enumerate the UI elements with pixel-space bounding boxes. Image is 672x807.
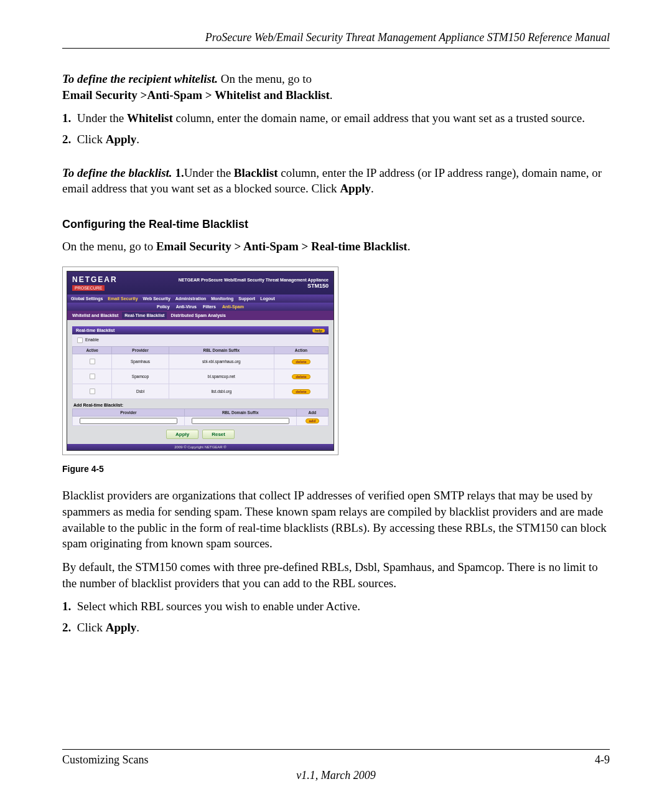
appliance-title: NETGEAR ProSecure Web/Email Security Thr…	[179, 278, 329, 282]
tab-whitelist-and-blacklist[interactable]: Whitelist and Blacklist	[70, 312, 121, 319]
reset-button[interactable]: Reset	[202, 430, 235, 439]
whitelist-step-2: 2. Click Apply.	[77, 131, 610, 148]
netgear-logo: NETGEAR	[72, 275, 118, 284]
footer-right: 4-9	[595, 753, 610, 767]
delete-button[interactable]: delete	[292, 389, 310, 394]
figure-screenshot: NETGEAR PROSECURE NETGEAR ProSecure Web/…	[62, 267, 610, 474]
rbl-step-1: 1. Select which RBL sources you wish to …	[77, 598, 610, 615]
provider-cell: Dsbl	[112, 384, 169, 399]
doc-footer: Customizing Scans 4-9 v1.1, March 2009	[62, 749, 610, 782]
add-rtbl-table: ProviderRBL Domain SuffixAdd add	[72, 408, 329, 426]
enable-row: Enable	[72, 334, 329, 346]
enable-checkbox[interactable]	[77, 337, 83, 343]
delete-button[interactable]: delete	[292, 374, 310, 379]
table-row: Dsbllist.dsbl.orgdelete	[73, 384, 329, 399]
subnav-item-filters[interactable]: Filters	[203, 304, 216, 309]
col-rbl-domain-suffix: RBL Domain Suffix	[169, 347, 274, 354]
whitelist-intro: To define the recipient whitelist. On th…	[62, 71, 610, 103]
nav-item-logout[interactable]: Logout	[260, 296, 275, 301]
blacklist-intro: To define the blacklist. 1.Under the Bla…	[62, 165, 610, 197]
figure-label: Figure 4-5	[62, 464, 610, 474]
prosecure-tag: PROSECURE	[72, 285, 105, 291]
add-col-rbl-domain-suffix: RBL Domain Suffix	[184, 409, 296, 417]
nav-item-email-security[interactable]: Email Security	[108, 296, 138, 301]
enable-label: Enable	[85, 338, 99, 342]
provider-cell: Spamhaus	[112, 354, 169, 369]
sub-nav: PolicyAnti-VirusFiltersAnti-Spam	[67, 303, 334, 311]
whitelist-step-1: 1. Under the Whitelist column, enter the…	[77, 110, 610, 126]
table-row: Spamcopbl.spamcop.netdelete	[73, 369, 329, 384]
para-rbl-desc-2: By default, the STM150 comes with three …	[62, 559, 610, 591]
footer-version: v1.1, March 2009	[62, 769, 610, 782]
main-nav: Global SettingsEmail SecurityWeb Securit…	[67, 295, 334, 303]
whitelist-path: Email Security >Anti-Spam > Whitelist an…	[62, 88, 330, 101]
add-col-provider: Provider	[73, 409, 185, 417]
para-rbl-desc-1: Blacklist providers are organizations th…	[62, 488, 610, 552]
copyright-bar: 2009 © Copyright NETGEAR ®	[67, 444, 334, 450]
subnav-item-policy[interactable]: Policy	[157, 304, 170, 309]
doc-header: ProSecure Web/Email Security Threat Mana…	[62, 31, 610, 49]
suffix-cell: list.dsbl.org	[169, 384, 274, 399]
help-badge[interactable]: help	[312, 329, 325, 333]
add-rtbl-label: Add Real-time Blacklist:	[72, 399, 329, 408]
blacklist-lead: To define the blacklist.	[62, 166, 175, 179]
active-checkbox[interactable]	[90, 389, 95, 394]
panel-title-bar: Real-time Blacklist help	[72, 326, 329, 334]
whitelist-steps: 1. Under the Whitelist column, enter the…	[62, 110, 610, 147]
active-checkbox[interactable]	[90, 359, 95, 364]
footer-left: Customizing Scans	[62, 753, 149, 767]
subnav-item-anti-virus[interactable]: Anti-Virus	[176, 304, 197, 309]
tab-distributed-spam-analysis[interactable]: Distributed Spam Analysis	[168, 312, 228, 319]
rtbl-heading: Configuring the Real-time Blacklist	[62, 218, 610, 231]
rbl-table: ActiveProviderRBL Domain SuffixAction Sp…	[72, 346, 329, 399]
model-label: STM150	[179, 283, 329, 289]
suffix-cell: bl.spamcop.net	[169, 369, 274, 384]
rtbl-intro: On the menu, go to Email Security > Anti…	[62, 238, 610, 255]
add-button[interactable]: add	[306, 418, 320, 423]
col-provider: Provider	[112, 347, 169, 354]
subnav-item-anti-spam[interactable]: Anti-Spam	[222, 304, 244, 309]
add-provider-input[interactable]	[80, 418, 177, 424]
nav-item-administration[interactable]: Administration	[175, 296, 206, 301]
table-row: Spamhaussbl-xbl.spamhaus.orgdelete	[73, 354, 329, 369]
suffix-cell: sbl-xbl.spamhaus.org	[169, 354, 274, 369]
col-action: Action	[274, 347, 328, 354]
provider-cell: Spamcop	[112, 369, 169, 384]
add-suffix-input[interactable]	[192, 418, 289, 424]
nav-item-support[interactable]: Support	[238, 296, 255, 301]
active-checkbox[interactable]	[90, 374, 95, 379]
tab-real-time-blacklist[interactable]: Real-Time Blacklist	[122, 312, 167, 319]
nav-item-monitoring[interactable]: Monitoring	[211, 296, 233, 301]
delete-button[interactable]: delete	[292, 359, 310, 364]
tab-bar: Whitelist and BlacklistReal-Time Blackli…	[67, 311, 334, 320]
panel-title: Real-time Blacklist	[76, 328, 114, 333]
nav-item-global-settings[interactable]: Global Settings	[71, 296, 103, 301]
col-active: Active	[73, 347, 112, 354]
add-col-add: Add	[296, 409, 328, 417]
nav-item-web-security[interactable]: Web Security	[143, 296, 170, 301]
whitelist-lead: To define the recipient whitelist.	[62, 72, 218, 85]
rbl-step-2: 2. Click Apply.	[77, 620, 610, 636]
apply-button[interactable]: Apply	[166, 430, 198, 439]
rbl-steps: 1. Select which RBL sources you wish to …	[62, 598, 610, 635]
brand-bar: NETGEAR PROSECURE NETGEAR ProSecure Web/…	[67, 271, 334, 295]
